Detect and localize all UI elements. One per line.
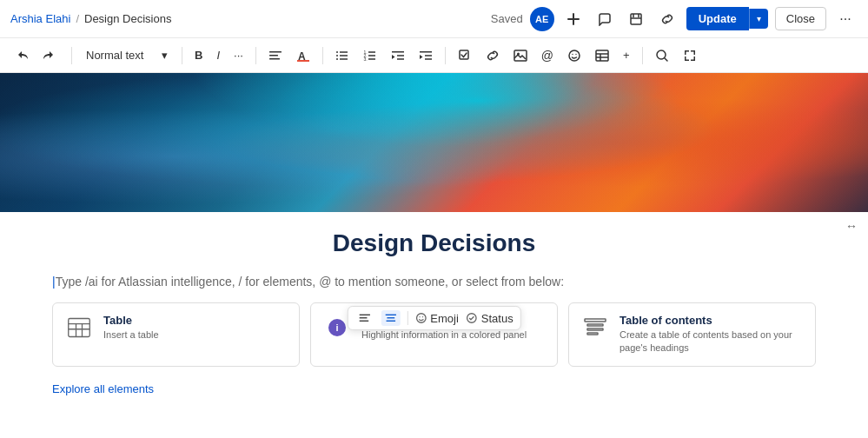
separator-3 — [255, 47, 256, 64]
saved-status: Saved — [491, 12, 523, 25]
explore-all-elements-link[interactable]: Explore all elements — [52, 382, 154, 395]
update-dropdown-button[interactable]: ▾ — [749, 9, 768, 29]
svg-rect-22 — [425, 55, 432, 56]
svg-rect-33 — [359, 317, 367, 318]
info-circle-icon: i — [328, 319, 346, 336]
svg-rect-7 — [340, 51, 348, 53]
svg-rect-37 — [386, 321, 395, 322]
svg-rect-5 — [297, 60, 309, 62]
number-list-button[interactable]: 1.2.3. — [358, 45, 382, 66]
svg-rect-1 — [269, 51, 282, 53]
update-button[interactable]: Update — [686, 7, 749, 30]
svg-rect-32 — [359, 315, 369, 315]
expand-icon[interactable] — [678, 45, 702, 66]
table-card-info: Table Insert a table — [103, 314, 159, 342]
svg-rect-13 — [368, 51, 375, 53]
chevron-down-icon: ▾ — [162, 49, 168, 62]
close-button[interactable]: Close — [775, 7, 826, 30]
search-button[interactable] — [650, 45, 674, 66]
breadcrumb-separator: / — [76, 12, 79, 25]
toc-card-title: Table of contents — [620, 314, 803, 327]
inline-separator — [407, 311, 407, 325]
editor-placeholder[interactable]: |Type /ai for Atlassian intelligence, / … — [52, 275, 816, 289]
svg-text:3.: 3. — [363, 56, 367, 62]
italic-button[interactable]: I — [211, 45, 225, 65]
alignment-button[interactable] — [263, 45, 288, 66]
svg-rect-17 — [368, 58, 375, 60]
breadcrumb-user[interactable]: Arshia Elahi — [10, 12, 70, 25]
text-style-dropdown[interactable]: Normal text ▾ — [79, 45, 175, 65]
image-button[interactable] — [508, 45, 533, 66]
link-button[interactable] — [655, 7, 679, 31]
breadcrumb-page[interactable]: Design Decisions — [84, 12, 171, 25]
more-formatting-button[interactable]: ··· — [229, 45, 248, 65]
more-insert-button[interactable]: + — [618, 45, 635, 65]
svg-rect-9 — [340, 55, 348, 56]
add-button[interactable] — [561, 7, 586, 31]
svg-rect-34 — [359, 321, 368, 322]
page-expand-button[interactable]: ↔ — [845, 219, 858, 233]
history-button[interactable] — [624, 7, 648, 31]
svg-rect-30 — [596, 50, 608, 61]
svg-rect-36 — [387, 317, 394, 318]
editor-toolbar: Normal text ▾ B I ··· A 1.2.3. @ + — [0, 38, 868, 73]
indent-button[interactable] — [414, 45, 438, 66]
svg-point-29 — [575, 53, 576, 54]
svg-rect-45 — [587, 328, 603, 330]
inline-align-left-button[interactable] — [354, 310, 374, 326]
svg-rect-2 — [269, 55, 278, 56]
svg-rect-20 — [397, 58, 404, 60]
svg-point-6 — [336, 51, 338, 53]
svg-rect-42 — [69, 319, 90, 337]
svg-rect-46 — [587, 333, 598, 335]
link-insert-button[interactable] — [480, 45, 505, 66]
status-label: Status — [481, 312, 514, 325]
bullet-list-button[interactable] — [330, 45, 354, 66]
more-options-button[interactable]: ··· — [833, 7, 858, 31]
svg-rect-19 — [397, 55, 404, 56]
svg-rect-15 — [368, 55, 375, 56]
svg-point-40 — [421, 316, 422, 317]
svg-point-38 — [416, 314, 426, 323]
separator-2 — [182, 47, 182, 64]
comment-button[interactable] — [593, 7, 617, 31]
separator-6 — [642, 47, 643, 64]
task-list-button[interactable] — [453, 45, 477, 66]
top-bar-actions: Saved AE Update ▾ Close ··· — [491, 7, 858, 31]
table-element-card[interactable]: Table Insert a table — [52, 302, 300, 367]
toc-card-info: Table of contents Create a table of cont… — [620, 314, 803, 355]
redo-button[interactable] — [36, 45, 61, 66]
info-panel-card-desc: Highlight information in a colored panel — [361, 328, 527, 342]
svg-point-28 — [572, 53, 573, 54]
table-card-desc: Insert a table — [103, 328, 159, 342]
outdent-button[interactable] — [386, 45, 410, 66]
table-card-icon — [65, 314, 93, 342]
inline-status-button[interactable]: Status — [466, 312, 514, 325]
page-title[interactable]: Design Decisions — [52, 229, 816, 257]
svg-rect-11 — [340, 58, 348, 60]
svg-rect-0 — [631, 14, 641, 24]
inline-align-center-button[interactable] — [381, 310, 400, 326]
emoji-label: Emoji — [430, 312, 459, 325]
inline-emoji-button[interactable]: Emoji — [414, 312, 459, 325]
separator-1 — [71, 47, 72, 64]
avatar[interactable]: AE — [530, 7, 554, 31]
mention-button[interactable]: @ — [536, 45, 559, 66]
svg-point-10 — [336, 58, 338, 60]
emoji-button[interactable] — [562, 45, 586, 66]
hero-image — [0, 73, 868, 212]
table-card-title: Table — [103, 314, 159, 327]
svg-rect-35 — [385, 315, 395, 315]
bold-button[interactable]: B — [189, 45, 208, 65]
undo-button[interactable] — [10, 45, 35, 66]
text-color-button[interactable]: A — [291, 45, 315, 66]
toc-card-icon — [581, 314, 609, 342]
svg-point-8 — [336, 55, 338, 56]
placeholder-content: Type /ai for Atlassian intelligence, / f… — [56, 275, 564, 289]
svg-rect-18 — [392, 51, 404, 53]
top-bar: Arshia Elahi / Design Decisions Saved AE… — [0, 0, 868, 38]
inline-toolbar: Emoji Status — [347, 306, 520, 330]
toc-element-card[interactable]: Table of contents Create a table of cont… — [568, 302, 816, 367]
table-button[interactable] — [590, 45, 614, 66]
svg-rect-44 — [587, 324, 603, 326]
